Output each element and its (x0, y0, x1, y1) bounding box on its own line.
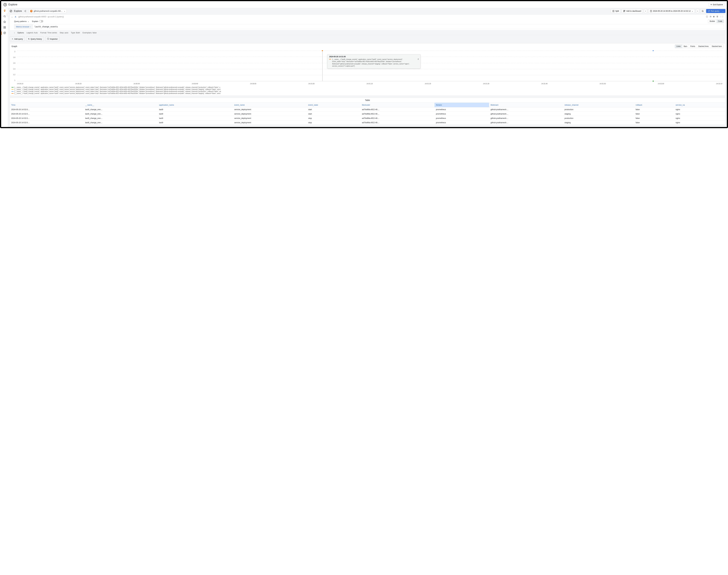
explain-toggle[interactable]: Explain (32, 20, 43, 23)
exemplars-option: Exemplars: false (82, 32, 97, 34)
exit-explore-label: Exit Explore (713, 3, 723, 6)
table-cell: ad7bd68a-8f22-40… (360, 121, 435, 125)
add-query-button[interactable]: ＋ Add query (10, 37, 25, 41)
table-column-header[interactable]: Time (10, 103, 84, 107)
share-icon[interactable] (24, 10, 26, 12)
data-point[interactable] (653, 81, 654, 82)
table-cell: last9_change_eve… (84, 107, 158, 112)
time-range-picker[interactable]: 2024-05-20 14:30:05 to 2024-05-20 14:32:… (648, 9, 695, 13)
table-column-header[interactable]: l6ecluster (360, 103, 435, 107)
drag-handle-icon[interactable]: ⋮⋮ (720, 15, 724, 18)
history-icon[interactable]: ◔ (709, 15, 711, 18)
visualization-toggle[interactable]: LinesBarsPointsStacked linesStacked bars (675, 44, 724, 48)
table-cell: nginx (674, 112, 725, 116)
x-tick: 14:32:10 (716, 83, 722, 84)
split-button[interactable]: Split (611, 9, 621, 13)
expand-options-button[interactable]: › (14, 32, 15, 34)
svg-marker-8 (4, 32, 5, 33)
table-column-header[interactable]: __name__ (84, 103, 158, 107)
svg-point-11 (26, 10, 26, 11)
table-row[interactable]: 2024-05-20 14:32:0…last9_change_eve…last… (10, 107, 725, 112)
add-to-dashboard-label: Add to dashboard (626, 10, 641, 12)
table-column-header[interactable]: event_state (307, 103, 360, 107)
table-cell: production (563, 116, 634, 121)
time-forward-button[interactable]: › (696, 9, 699, 13)
viz-option-bars[interactable]: Bars (682, 45, 689, 48)
table-cell: last9_change_eve… (84, 116, 158, 121)
viz-option-points[interactable]: Points (689, 45, 697, 48)
disable-query-icon[interactable]: ◉ (713, 15, 715, 18)
table-column-header[interactable]: l6etenant (489, 103, 563, 107)
x-tick: 14:30:10 (17, 83, 23, 84)
metrics-browser-button[interactable]: Metrics browser › (14, 24, 33, 29)
exit-explore-button[interactable]: ✕ Exit Explore (709, 3, 725, 6)
table-cell: service_deployment (233, 116, 307, 121)
table-cell: service_deployment (233, 121, 307, 125)
run-query-button[interactable]: Run query ⌄ (706, 9, 725, 13)
viz-option-stacked-bars[interactable]: Stacked bars (710, 45, 723, 48)
table-cell: last9 (158, 107, 233, 112)
table-column-header[interactable]: l6elake (435, 103, 489, 107)
viz-option-lines[interactable]: Lines (675, 45, 682, 48)
table-cell: github-prathamesh… (489, 116, 563, 121)
rail-expand-toggle[interactable]: › (6, 13, 9, 16)
legend-item[interactable]: {__name__="last9_change_events", applica… (11, 86, 724, 88)
query-history-button[interactable]: ↻ Query history (26, 37, 44, 41)
editor-mode-toggle[interactable]: Builder Code (708, 20, 724, 23)
svg-point-13 (26, 11, 26, 12)
grafana-logo-icon[interactable] (3, 9, 6, 12)
table-cell: service_deployment (233, 112, 307, 116)
delete-query-icon[interactable]: 🗑 (716, 15, 718, 18)
graph-legend: {__name__="last9_change_events", applica… (10, 86, 725, 96)
table-column-header[interactable]: release_channel (563, 103, 634, 107)
y-tick: 1.2 (11, 74, 15, 75)
data-point[interactable] (653, 50, 654, 51)
legend-item[interactable]: {__name__="last9_change_events", applica… (11, 92, 724, 94)
time-back-button[interactable]: ‹ (644, 9, 647, 13)
add-to-dashboard-button[interactable]: Add to dashboard (622, 9, 643, 13)
star-icon[interactable] (3, 21, 6, 23)
inspector-button[interactable]: ⓘ Inspector (45, 37, 60, 41)
x-tick: 14:30:20 (75, 83, 81, 84)
table-cell: github-prathamesh… (489, 121, 563, 125)
table-cell: prometheus (435, 107, 489, 112)
run-query-label: Run query (711, 10, 719, 12)
table-column-header[interactable]: event_name (233, 103, 307, 107)
svg-point-12 (25, 11, 25, 11)
query-patterns-label: Query patterns (14, 20, 27, 23)
query-patterns-dropdown[interactable]: Query patterns ⌄ (14, 20, 29, 23)
compass-icon (10, 10, 12, 12)
query-text-input[interactable]: last9_change_events (33, 24, 724, 29)
split-icon (613, 10, 615, 12)
table-column-header[interactable]: application_name (158, 103, 233, 107)
table-row[interactable]: 2024-05-20 14:32:0…last9_change_eve…last… (10, 116, 725, 121)
dashboards-icon[interactable] (3, 26, 6, 29)
builder-mode-button[interactable]: Builder (708, 20, 717, 23)
table-row[interactable]: 2024-05-20 14:32:0…last9_change_eve…last… (10, 112, 725, 116)
table-cell: false (634, 112, 674, 116)
collapse-query-button[interactable]: ⌄ (11, 16, 13, 18)
data-point[interactable] (322, 50, 323, 51)
search-icon[interactable] (3, 15, 6, 18)
chevron-down-icon: ⌄ (692, 10, 693, 12)
info-icon: ⓘ (47, 38, 49, 40)
zoom-out-icon (702, 10, 704, 12)
legend-item[interactable]: {__name__="last9_change_events", applica… (11, 90, 724, 92)
zoom-out-button[interactable] (700, 9, 705, 13)
table-column-header[interactable]: rollback (634, 103, 674, 107)
help-icon[interactable]: ⓘ (706, 15, 708, 18)
metrics-browser-label: Metrics browser (16, 26, 29, 28)
compass-icon[interactable] (3, 31, 6, 34)
legend-item[interactable]: {__name__="last9_change_events", applica… (11, 88, 724, 90)
toggle-switch[interactable] (39, 20, 43, 23)
table-cell: stop (307, 116, 360, 121)
code-mode-button[interactable]: Code (717, 20, 724, 23)
table-cell: staging (563, 112, 634, 116)
table-cell: ad7bd68a-8f22-40… (360, 116, 435, 121)
graph-plot-area[interactable]: 21.81.61.41.21 2024-05-20 14:31:00 (10, 49, 725, 86)
datasource-picker[interactable]: G github-prathamesh-sonpatki-AMXD - ap- … (29, 9, 67, 13)
viz-option-stacked-lines[interactable]: Stacked lines (697, 45, 710, 48)
table-column-header[interactable]: service_na (674, 103, 725, 107)
table-header-row: Time__name__application_nameevent_nameev… (10, 103, 725, 107)
table-row[interactable]: 2024-05-20 14:32:0…last9_change_eve…last… (10, 121, 725, 125)
